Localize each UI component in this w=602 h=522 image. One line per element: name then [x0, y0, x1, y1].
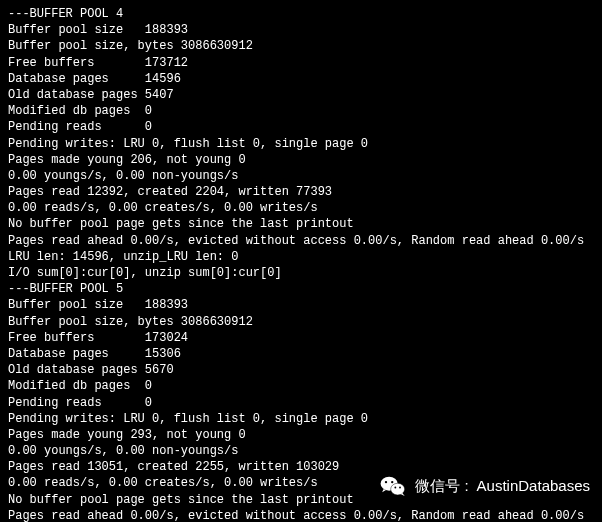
terminal-line: ---BUFFER POOL 4: [8, 6, 594, 22]
terminal-line: ---BUFFER POOL 5: [8, 281, 594, 297]
terminal-line: LRU len: 14596, unzip_LRU len: 0: [8, 249, 594, 265]
terminal-line: Modified db pages 0: [8, 378, 594, 394]
terminal-output: ---BUFFER POOL 4Buffer pool size 188393B…: [8, 6, 594, 522]
terminal-line: Pages read ahead 0.00/s, evicted without…: [8, 233, 594, 249]
terminal-line: No buffer pool page gets since the last …: [8, 216, 594, 232]
terminal-line: Database pages 15306: [8, 346, 594, 362]
terminal-line: Old database pages 5670: [8, 362, 594, 378]
terminal-line: Pending writes: LRU 0, flush list 0, sin…: [8, 411, 594, 427]
svg-point-5: [395, 487, 397, 489]
terminal-line: Pages made young 206, not young 0: [8, 152, 594, 168]
terminal-line: 0.00 reads/s, 0.00 creates/s, 0.00 write…: [8, 200, 594, 216]
svg-point-4: [391, 481, 393, 483]
watermark-label: 微信号 :: [415, 476, 468, 496]
watermark: 微信号 : AustinDatabases: [379, 472, 590, 500]
watermark-value: AustinDatabases: [477, 476, 590, 496]
terminal-line: Pages made young 293, not young 0: [8, 427, 594, 443]
terminal-line: Free buffers 173712: [8, 55, 594, 71]
svg-point-6: [399, 487, 401, 489]
svg-point-3: [385, 481, 387, 483]
terminal-line: Buffer pool size 188393: [8, 22, 594, 38]
terminal-line: Buffer pool size, bytes 3086630912: [8, 314, 594, 330]
terminal-line: Pending writes: LRU 0, flush list 0, sin…: [8, 136, 594, 152]
terminal-line: Free buffers 173024: [8, 330, 594, 346]
terminal-line: Pages read 12392, created 2204, written …: [8, 184, 594, 200]
terminal-line: Buffer pool size 188393: [8, 297, 594, 313]
terminal-line: Database pages 14596: [8, 71, 594, 87]
terminal-line: Pending reads 0: [8, 119, 594, 135]
terminal-line: Old database pages 5407: [8, 87, 594, 103]
terminal-line: Buffer pool size, bytes 3086630912: [8, 38, 594, 54]
terminal-line: Pages read ahead 0.00/s, evicted without…: [8, 508, 594, 522]
terminal-line: Modified db pages 0: [8, 103, 594, 119]
terminal-line: I/O sum[0]:cur[0], unzip sum[0]:cur[0]: [8, 265, 594, 281]
terminal-line: Pending reads 0: [8, 395, 594, 411]
wechat-icon: [379, 472, 407, 500]
terminal-line: 0.00 youngs/s, 0.00 non-youngs/s: [8, 168, 594, 184]
terminal-line: 0.00 youngs/s, 0.00 non-youngs/s: [8, 443, 594, 459]
